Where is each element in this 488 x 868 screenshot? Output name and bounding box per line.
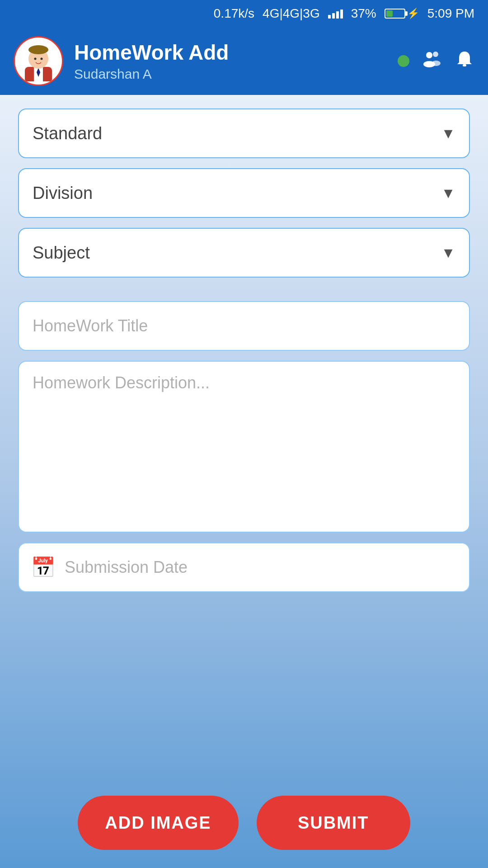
svg-point-4 — [28, 45, 48, 54]
standard-chevron-icon: ▼ — [441, 125, 455, 142]
homework-description-input[interactable] — [18, 361, 470, 533]
add-image-button[interactable]: ADD IMAGE — [78, 796, 238, 850]
battery-percent: 37% — [351, 6, 376, 21]
calendar-icon: 📅 — [31, 556, 56, 579]
svg-point-10 — [432, 61, 441, 66]
submission-date-field[interactable]: 📅 Submission Date — [18, 542, 470, 592]
battery-icon: ⚡ — [385, 8, 419, 19]
action-buttons: ADD IMAGE SUBMIT — [18, 787, 470, 850]
standard-label: Standard — [33, 124, 102, 143]
network-speed: 0.17k/s — [214, 6, 254, 21]
page-title: HomeWork Add — [74, 40, 387, 65]
svg-point-7 — [426, 52, 432, 58]
avatar — [14, 36, 63, 86]
subject-label: Subject — [33, 243, 90, 263]
network-type: 4G|4G|3G — [263, 6, 320, 21]
users-icon[interactable] — [421, 48, 443, 74]
main-content: Standard ▼ Division ▼ Subject ▼ 📅 Submis… — [0, 95, 488, 868]
clock: 5:09 PM — [427, 6, 474, 21]
notification-bell-icon[interactable] — [455, 49, 474, 73]
submit-button[interactable]: SUBMIT — [257, 796, 410, 850]
online-status-dot — [398, 55, 409, 67]
signal-icon — [328, 9, 343, 19]
division-dropdown[interactable]: Division ▼ — [18, 168, 470, 218]
user-name: Sudarshan A — [74, 66, 387, 82]
division-label: Division — [33, 184, 93, 203]
standard-dropdown[interactable]: Standard ▼ — [18, 108, 470, 158]
division-chevron-icon: ▼ — [441, 185, 455, 202]
header-titles: HomeWork Add Sudarshan A — [74, 40, 387, 82]
subject-chevron-icon: ▼ — [441, 245, 455, 261]
subject-dropdown[interactable]: Subject ▼ — [18, 228, 470, 278]
header-actions — [398, 48, 474, 74]
svg-point-8 — [433, 52, 438, 57]
app-header: HomeWork Add Sudarshan A — [0, 27, 488, 95]
svg-rect-11 — [463, 64, 466, 66]
status-bar: 0.17k/s 4G|4G|3G 37% ⚡ 5:09 PM — [0, 0, 488, 27]
svg-point-5 — [34, 58, 37, 60]
homework-title-input[interactable] — [18, 301, 470, 351]
date-placeholder-text: Submission Date — [65, 558, 188, 577]
svg-point-6 — [41, 58, 43, 60]
